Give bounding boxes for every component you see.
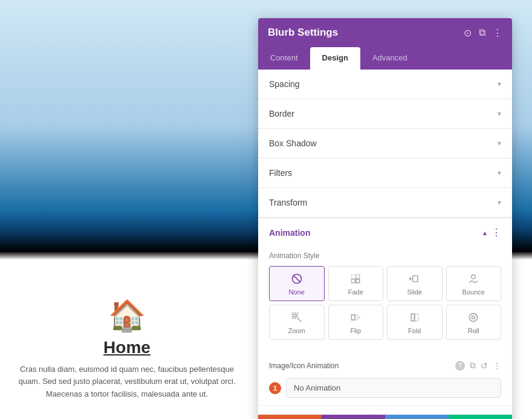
tab-design[interactable]: Design	[310, 47, 360, 70]
animation-body: Animation Style None	[258, 247, 512, 357]
svg-rect-9	[294, 314, 296, 317]
style-slide[interactable]: Slide	[387, 266, 443, 301]
flip-icon	[348, 310, 363, 325]
chevron-up-icon: ▴	[483, 229, 487, 237]
svg-rect-2	[352, 274, 355, 278]
roll-icon	[466, 310, 481, 325]
style-none[interactable]: None	[269, 266, 325, 301]
accordion-filters-label: Filters	[269, 168, 292, 178]
svg-line-11	[297, 319, 301, 322]
blurb-preview: 🏠 Home Cras nulla diam, euismod id quam …	[0, 298, 254, 419]
iia-controls: ? ⧉ ↺ ⋮	[455, 360, 501, 371]
help-circle-icon: ⓘ	[371, 413, 380, 414]
fold-icon	[407, 310, 422, 325]
svg-rect-4	[352, 279, 355, 283]
slide-label: Slide	[407, 288, 422, 296]
accordion-spacing: Spacing ▾	[258, 70, 512, 99]
animation-header-right: ▴ ⋮	[483, 227, 501, 238]
step-badge: 1	[269, 382, 281, 394]
tab-content[interactable]: Content	[258, 47, 310, 70]
chevron-down-icon: ▾	[498, 109, 501, 118]
zoom-icon	[290, 310, 304, 325]
accordion-transform-header[interactable]: Transform ▾	[258, 188, 512, 217]
help-tooltip-icon[interactable]: ?	[455, 361, 465, 371]
accordion-box-shadow: Box Shadow ▾	[258, 129, 512, 158]
fade-icon	[348, 271, 363, 286]
style-roll[interactable]: Roll	[446, 305, 502, 340]
help-row: ⓘ Help	[258, 405, 512, 414]
home-icon: 🏠	[108, 298, 146, 333]
flip-label: Flip	[350, 327, 361, 334]
accordion-transform-label: Transform	[269, 198, 307, 207]
svg-rect-3	[356, 274, 360, 278]
accordion-filters-header[interactable]: Filters ▾	[258, 158, 512, 187]
cancel-button[interactable]: ✕	[258, 415, 322, 419]
accordion-box-shadow-label: Box Shadow	[269, 138, 317, 148]
svg-point-8	[472, 274, 476, 279]
accordion-border: Border ▾	[258, 99, 512, 129]
animation-section-title: Animation	[269, 228, 310, 238]
animation-style-label: Animation Style	[269, 252, 501, 260]
fold-label: Fold	[408, 327, 421, 334]
accordion-border-header[interactable]: Border ▾	[258, 99, 512, 128]
accordion-box-shadow-header[interactable]: Box Shadow ▾	[258, 129, 512, 158]
animation-header-left: Animation	[269, 228, 310, 238]
accordion-border-label: Border	[269, 109, 294, 119]
chevron-down-icon: ▾	[498, 169, 501, 177]
style-bounce[interactable]: Bounce	[446, 266, 502, 301]
panel-header: Blurb Settings ⊙ ⧉ ⋮	[258, 18, 512, 47]
style-fade[interactable]: Fade	[328, 266, 384, 301]
settings-panel: Blurb Settings ⊙ ⧉ ⋮ Content Design Adva…	[258, 18, 512, 419]
iia-copy-icon[interactable]: ⧉	[470, 360, 476, 371]
style-flip[interactable]: Flip	[328, 305, 384, 340]
bounce-icon	[466, 271, 481, 286]
chevron-down-icon: ▾	[498, 139, 501, 148]
bounce-label: Bounce	[462, 288, 485, 296]
animation-options-icon[interactable]: ⋮	[491, 227, 501, 238]
svg-line-1	[293, 275, 300, 282]
animation-section: Animation ▴ ⋮ Animation Style	[258, 218, 512, 414]
panel-tabs: Content Design Advanced	[258, 47, 512, 70]
style-fold[interactable]: Fold	[387, 305, 443, 340]
svg-rect-12	[352, 315, 355, 320]
slide-icon	[407, 271, 422, 286]
zoom-label: Zoom	[288, 327, 305, 334]
none-icon	[290, 271, 304, 286]
settings-icon[interactable]: ⊙	[464, 27, 472, 39]
iia-more-icon[interactable]: ⋮	[493, 361, 501, 371]
blurb-title: Home	[103, 338, 151, 357]
animation-style-grid: None Fade	[269, 266, 501, 340]
undo-button[interactable]: ↺	[322, 415, 385, 419]
svg-rect-10	[292, 313, 297, 319]
animation-select-row: 1 No Animation Fade Slide Bounce Zoom Fl…	[258, 378, 512, 405]
accordion-spacing-label: Spacing	[269, 79, 300, 89]
panel-header-actions: ⊙ ⧉ ⋮	[464, 27, 502, 39]
none-label: None	[289, 288, 305, 296]
image-icon-animation-row: Image/Icon Animation ? ⧉ ↺ ⋮	[258, 357, 512, 374]
svg-rect-13	[411, 314, 414, 321]
accordion-transform: Transform ▾	[258, 188, 512, 218]
animation-select[interactable]: No Animation Fade Slide Bounce Zoom Flip…	[286, 378, 501, 398]
save-button[interactable]: ✓	[449, 415, 512, 419]
panel-title: Blurb Settings	[268, 27, 338, 39]
accordion-filters: Filters ▾	[258, 158, 512, 188]
iia-label: Image/Icon Animation	[269, 362, 452, 370]
panel-footer: ✕ ↺ ↻ ✓	[258, 414, 512, 419]
fade-label: Fade	[348, 288, 363, 296]
tab-advanced[interactable]: Advanced	[360, 47, 420, 70]
chevron-down-icon: ▾	[498, 198, 501, 207]
chevron-down-icon: ▾	[498, 80, 501, 88]
style-zoom[interactable]: Zoom	[269, 305, 325, 340]
iia-reset-icon[interactable]: ↺	[481, 361, 488, 371]
svg-point-18	[472, 316, 475, 319]
accordion-spacing-header[interactable]: Spacing ▾	[258, 70, 512, 99]
animation-header[interactable]: Animation ▴ ⋮	[258, 218, 512, 247]
roll-label: Roll	[468, 327, 479, 334]
svg-rect-14	[415, 314, 418, 321]
more-options-icon[interactable]: ⋮	[493, 27, 502, 39]
redo-button[interactable]: ↻	[385, 415, 449, 419]
columns-icon[interactable]: ⧉	[479, 27, 485, 38]
panel-body: Spacing ▾ Border ▾ Box Shadow ▾ Filters …	[258, 70, 512, 414]
svg-rect-6	[412, 276, 417, 282]
svg-rect-5	[356, 279, 360, 283]
